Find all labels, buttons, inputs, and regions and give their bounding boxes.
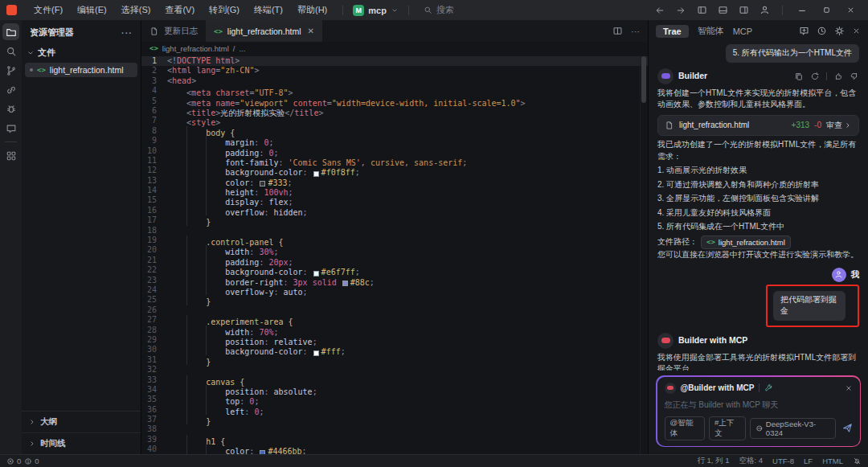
thumbs-down-icon[interactable] [850, 72, 859, 81]
gear-icon[interactable] [834, 26, 845, 36]
html-file-icon: <> [214, 27, 223, 35]
window-close-button[interactable] [839, 2, 862, 19]
chat-input-card[interactable]: @Builder with MCP 您正在与 Builder with MCP … [657, 377, 860, 446]
annotation-highlight-box: 把代码部署到掘金 [766, 285, 859, 327]
notifications-bell-icon[interactable] [853, 457, 862, 465]
chat-thread: 5. 所有代码输出为一个HTML文件 Builder 我将创建一个HTML文件来… [649, 42, 868, 371]
regenerate-icon[interactable] [810, 72, 820, 81]
file-path-chip[interactable]: <> light_refraction.html [701, 236, 791, 250]
assistant-text: 我将使用掘金部署工具将光的折射模拟HTML文件部署到掘金平台。 [657, 352, 859, 371]
window-maximize-button[interactable] [815, 2, 837, 19]
menu-goto[interactable]: 转到(G) [203, 2, 245, 18]
generated-file-card[interactable]: light_refraction.html +313 -0 审查 [657, 115, 859, 137]
review-button[interactable]: 审查 [826, 120, 852, 132]
sidebar-title: 资源管理器 [30, 27, 74, 39]
menu-edit[interactable]: 编辑(E) [72, 2, 113, 18]
toggle-sidebar-button[interactable] [692, 2, 711, 18]
path-label: 文件路径： [657, 236, 698, 248]
indent-setting[interactable]: 空格: 4 [739, 456, 764, 466]
outline-label: 大纲 [40, 416, 57, 428]
tab-changelog[interactable]: 更新日志 [141, 20, 206, 42]
search-label: 搜索 [436, 4, 454, 16]
context-chip[interactable]: #上下文 [709, 416, 746, 440]
tab-light-refraction[interactable]: <> light_refraction.html ✕ [206, 20, 322, 42]
chat-icon[interactable] [2, 120, 19, 137]
assistant-text: 我已成功创建了一个光的折射模拟HTML文件，满足所有需求： [657, 139, 859, 162]
close-tab-icon[interactable]: ✕ [307, 27, 313, 35]
nav-forward-button[interactable] [671, 2, 690, 18]
html-file-icon: <> [706, 237, 715, 248]
eol-type[interactable]: LF [804, 457, 813, 465]
debug-icon[interactable] [2, 100, 19, 117]
copy-icon[interactable] [794, 72, 804, 81]
outline-section[interactable]: 大纲 [22, 411, 141, 432]
cursor-position[interactable]: 行 1, 列 1 [697, 456, 729, 466]
chevron-right-icon [844, 121, 852, 129]
editor-more-button[interactable]: ··· [631, 27, 640, 36]
activity-bar [0, 20, 22, 454]
close-panel-icon[interactable] [852, 27, 861, 35]
chat-panel-header: Trae 智能体 MCP [649, 20, 868, 42]
model-selector[interactable]: DeepSeek-V3-0324 [750, 418, 835, 439]
scrollbar-thumb[interactable] [641, 56, 646, 103]
menu-terminal[interactable]: 终端(T) [248, 2, 289, 18]
user-message: 5. 所有代码输出为一个HTML文件 [726, 44, 859, 63]
agent-chip[interactable]: @智能体 [665, 416, 705, 440]
timeline-label: 时间线 [40, 438, 66, 449]
global-search[interactable]: 搜索 [424, 4, 454, 16]
html-file-icon: <> [149, 44, 158, 52]
history-icon[interactable] [817, 26, 827, 36]
workspace-switcher[interactable]: M mcp [353, 5, 399, 16]
nav-back-button[interactable] [650, 2, 669, 18]
chevron-right-icon [28, 440, 36, 448]
menu-file[interactable]: 文件(F) [28, 2, 68, 18]
assistant-name: Builder with MCP [678, 334, 747, 346]
code-editor[interactable]: 1<!DOCTYPE html>2<html lang="zh-CN">3<he… [141, 55, 648, 454]
assistant-text: 您可以直接在浏览器中打开该文件进行实验演示和教学。 [657, 249, 859, 261]
problems-errors[interactable]: 0 [6, 457, 21, 465]
breadcrumb-sep: / [233, 44, 235, 53]
remove-agent-icon[interactable] [845, 384, 853, 392]
editor-scrollbar[interactable] [640, 55, 648, 454]
sidebar-more-button[interactable]: ··· [121, 28, 133, 38]
language-mode[interactable]: HTML [822, 457, 843, 465]
menu-view[interactable]: 查看(V) [159, 2, 200, 18]
breadcrumb[interactable]: <> light_refraction.html / ... [141, 42, 648, 55]
user-message: 把代码部署到掘金 [773, 291, 845, 321]
extensions-icon[interactable] [2, 147, 19, 164]
editor-group: 更新日志 <> light_refraction.html ✕ ··· <> l… [141, 20, 648, 454]
search-icon[interactable] [2, 43, 19, 59]
window-minimize-button[interactable] [791, 2, 813, 19]
tab-trae[interactable]: Trae [656, 25, 689, 38]
split-editor-button[interactable] [612, 26, 623, 36]
encoding[interactable]: UTF-8 [772, 457, 794, 465]
additions-count: +313 [792, 120, 810, 132]
file-item[interactable]: <> light_refraction.html [25, 63, 137, 77]
tools-icon[interactable] [764, 383, 773, 392]
problems-warnings[interactable]: 0 [24, 457, 39, 465]
files-section-header[interactable]: 文件 [22, 43, 141, 62]
mcp-link-icon[interactable] [2, 81, 19, 98]
tab-agents[interactable]: 智能体 [698, 25, 724, 37]
explorer-icon[interactable] [2, 23, 19, 40]
workspace-icon: M [353, 5, 364, 16]
new-chat-icon[interactable] [799, 26, 809, 36]
timeline-section[interactable]: 时间线 [22, 432, 141, 454]
menu-help[interactable]: 帮助(H) [292, 2, 333, 18]
modified-dot [30, 68, 33, 72]
chevron-right-icon [28, 418, 36, 426]
tab-mcp[interactable]: MCP [733, 27, 752, 36]
error-icon [6, 457, 14, 465]
agent-mention: @Builder with MCP [681, 383, 755, 392]
thumbs-up-icon[interactable] [833, 72, 843, 81]
chat-input-placeholder[interactable]: 您正在与 Builder with MCP 聊天 [665, 399, 853, 411]
menu-selection[interactable]: 选择(S) [116, 2, 157, 18]
divider [408, 6, 409, 15]
account-button[interactable] [755, 2, 774, 18]
list-item: 1. 动画展示光的折射效果 [657, 165, 859, 177]
send-icon[interactable] [842, 423, 853, 433]
toggle-right-panel-button[interactable] [734, 2, 753, 18]
toggle-panel-button[interactable] [713, 2, 732, 18]
status-bar: 0 0 行 1, 列 1 空格: 4 UTF-8 LF HTML [0, 454, 868, 467]
source-control-icon[interactable] [2, 62, 19, 79]
